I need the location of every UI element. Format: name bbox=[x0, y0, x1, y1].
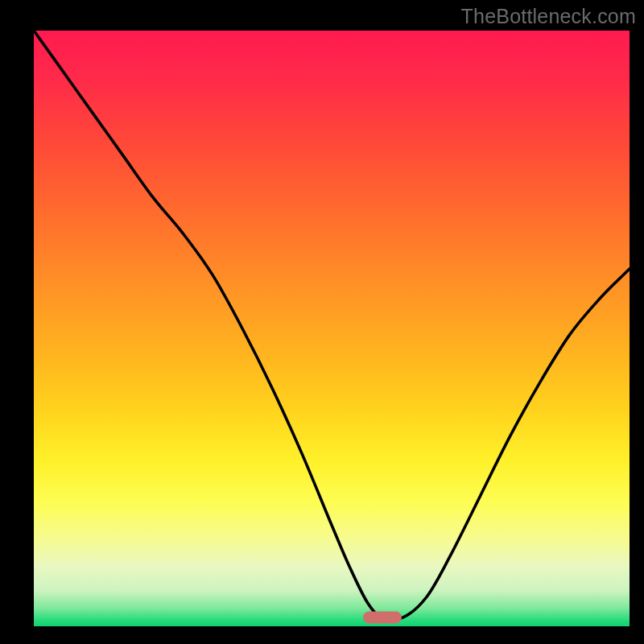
plot-area bbox=[34, 31, 630, 626]
bottleneck-curve bbox=[34, 31, 630, 626]
chart-frame: TheBottleneck.com bbox=[0, 0, 644, 644]
optimal-marker bbox=[363, 611, 402, 623]
watermark-text: TheBottleneck.com bbox=[461, 5, 636, 28]
